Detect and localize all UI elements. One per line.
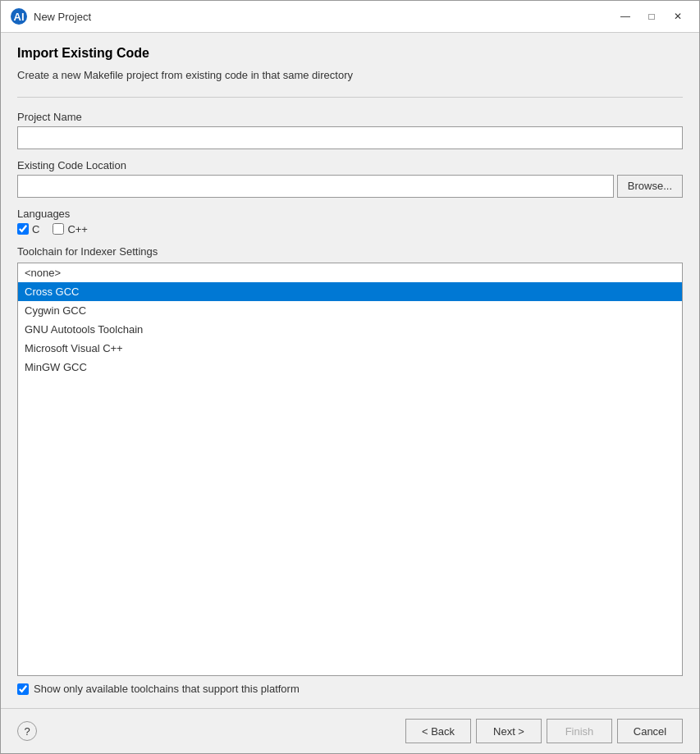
list-item[interactable]: GNU Autotools Toolchain: [18, 320, 682, 339]
show-available-label: Show only available toolchains that supp…: [34, 683, 300, 695]
list-item[interactable]: Cross GCC: [18, 282, 682, 301]
show-available-section: Show only available toolchains that supp…: [17, 683, 683, 695]
back-button[interactable]: < Back: [405, 719, 471, 743]
footer-right: < Back Next > Finish Cancel: [405, 719, 683, 743]
list-item[interactable]: Cygwin GCC: [18, 301, 682, 320]
title-bar: AI New Project — □ ✕: [1, 1, 699, 33]
languages-checkboxes: C C++: [17, 223, 683, 235]
maximize-button[interactable]: □: [640, 7, 663, 25]
language-cpp-label[interactable]: C++: [53, 223, 88, 235]
finish-button[interactable]: Finish: [547, 719, 612, 743]
project-name-label: Project Name: [17, 111, 683, 123]
page-description: Create a new Makefile project from exist…: [17, 67, 683, 84]
language-c-checkbox[interactable]: [17, 223, 29, 235]
page-title: Import Existing Code: [17, 46, 683, 61]
list-item[interactable]: Microsoft Visual C++: [18, 339, 682, 358]
minimize-button[interactable]: —: [614, 7, 637, 25]
language-c-label[interactable]: C: [17, 223, 39, 235]
toolchain-section: Toolchain for Indexer Settings <none>Cro…: [17, 245, 683, 696]
project-name-section: Project Name: [17, 111, 683, 149]
help-button[interactable]: ?: [17, 721, 37, 741]
browse-button[interactable]: Browse...: [617, 175, 683, 198]
languages-label: Languages: [17, 208, 683, 220]
footer: ? < Back Next > Finish Cancel: [1, 708, 699, 753]
footer-left: ?: [17, 721, 37, 741]
list-item[interactable]: MinGW GCC: [18, 358, 682, 377]
title-bar-left: AI New Project: [11, 8, 91, 25]
cancel-button[interactable]: Cancel: [617, 719, 683, 743]
toolchain-list[interactable]: <none>Cross GCCCygwin GCCGNU Autotools T…: [17, 263, 683, 677]
code-location-input-group: Browse...: [17, 175, 683, 198]
code-location-label: Existing Code Location: [17, 159, 683, 171]
close-button[interactable]: ✕: [666, 7, 689, 25]
project-name-input[interactable]: [17, 126, 683, 149]
window-title: New Project: [34, 11, 91, 23]
code-location-input[interactable]: [17, 175, 614, 198]
toolchain-label: Toolchain for Indexer Settings: [17, 245, 683, 258]
content-area: Import Existing Code Create a new Makefi…: [1, 33, 699, 708]
title-bar-controls: — □ ✕: [614, 7, 689, 25]
languages-section: Languages C C++: [17, 208, 683, 235]
app-icon: AI: [11, 8, 27, 25]
window: AI New Project — □ ✕ Import Existing Cod…: [0, 0, 700, 754]
code-location-section: Existing Code Location Browse...: [17, 159, 683, 198]
language-cpp-checkbox[interactable]: [53, 223, 64, 235]
header-divider: [17, 97, 683, 98]
list-item[interactable]: <none>: [18, 263, 682, 282]
show-available-checkbox[interactable]: [17, 683, 29, 695]
next-button[interactable]: Next >: [476, 719, 542, 743]
